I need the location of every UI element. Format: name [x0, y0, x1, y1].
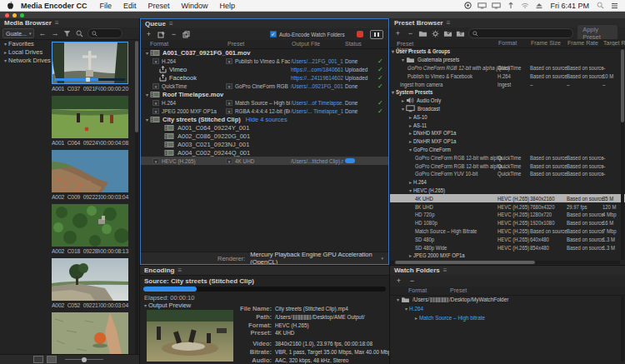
screen-record-icon[interactable] — [462, 2, 473, 10]
media-scrollbar[interactable] — [135, 39, 138, 362]
preset-row[interactable]: HD 720pHEVC (H.265)1280x720Based on sour… — [390, 211, 625, 219]
preset-row[interactable]: GoPro CineForm RGB 12-bit with alpha (Al… — [390, 64, 625, 72]
clip-thumbnail-3[interactable]: A002_C009_092221_...00:00:03:04 — [52, 150, 128, 200]
filter-icon[interactable] — [62, 29, 72, 38]
preset-row[interactable]: Ingest from cameraIngest––– — [390, 80, 625, 88]
preset-category-row[interactable]: ▸H.264 — [390, 178, 625, 187]
queue-subsource-row[interactable]: A003_C021_0923NJ_001 — [141, 140, 388, 148]
preset-category-row[interactable]: ▸DNxHR MXF OP1a — [390, 137, 625, 146]
panel-menu-icon[interactable]: ≡ — [447, 19, 451, 27]
watch-folder-preset-row[interactable]: ▸ Match Source – High bitrate — [390, 313, 625, 322]
preset-row[interactable]: Publish to Vimeo & FacebookH.264Based on… — [390, 72, 625, 80]
panel-menu-icon[interactable]: ≡ — [55, 19, 59, 27]
auto-encode-checkbox[interactable]: ✓ — [270, 31, 277, 37]
tree-item-network-drives[interactable]: ▾Network Drives — [0, 56, 50, 64]
search-type-icon[interactable] — [75, 29, 84, 38]
preset-search-input[interactable] — [468, 28, 573, 38]
preset-dropdown[interactable]: ▾ — [226, 158, 232, 164]
queue-subsource-row[interactable]: A004_C002_09244Q_001 — [141, 148, 388, 157]
new-preset-button[interactable]: + — [393, 29, 402, 38]
preset-row-selected[interactable]: 4K UHDHEVC (H.265)3840x2160Based on sour… — [390, 194, 625, 202]
export-preset-button[interactable] — [456, 29, 465, 38]
preset-settings-button[interactable] — [431, 29, 440, 38]
upload-url-link[interactable]: https://...com/184066142 — [291, 66, 343, 73]
format-dropdown[interactable]: ▾ — [152, 108, 159, 114]
list-view-button[interactable] — [33, 356, 43, 363]
tree-item-local-drives[interactable]: ▸Local Drives — [0, 47, 50, 56]
duplicate-button[interactable] — [182, 30, 191, 39]
preset-row[interactable]: GoPro CineForm YUV 10-bitQuickTimeBased … — [390, 170, 625, 178]
output-file-link[interactable]: /Users/...of Timelapse.mp4 — [291, 99, 343, 107]
menu-file[interactable]: File — [94, 2, 118, 10]
clip-thumbnail-1[interactable]: A001_C037_0921FG_...00:00:00:20 — [52, 42, 128, 92]
spotlight-icon[interactable] — [595, 2, 606, 10]
menu-bar-clock[interactable]: Fri 6:41 PM — [546, 2, 593, 10]
tree-item-favorites[interactable]: ▾Favorites — [0, 39, 50, 47]
clip-thumbnail-5[interactable]: A002_C052_092217_...00:00:03:04 — [52, 258, 128, 308]
preset-dropdown[interactable]: ▾ — [226, 58, 232, 64]
sync-icon[interactable] — [505, 2, 516, 10]
preset-category-row[interactable]: ▾GoPro CineForm — [390, 146, 625, 154]
format-dropdown[interactable]: ▾ — [152, 158, 159, 164]
add-output-button[interactable] — [157, 30, 166, 39]
display-icon[interactable] — [491, 2, 502, 10]
queue-subsource-row[interactable]: A002_C086_09220G_001 — [141, 132, 388, 140]
clip-thumbnail-4[interactable]: A002_C018_0922BW_...00:00:08:13 — [52, 204, 128, 254]
remove-button[interactable]: − — [169, 30, 178, 39]
add-source-button[interactable]: + — [144, 30, 153, 39]
preset-category-row[interactable]: ▸JPEG 2000 MXF OP1a — [390, 252, 625, 260]
clip-thumbnail-2[interactable]: A001_C064_09224Y_...00:00:04:08 — [52, 96, 128, 146]
queue-output-row[interactable]: ▾H.264 ▾Publish to Vimeo & Face... /User… — [141, 57, 388, 65]
queue-subsource-row[interactable]: A001_C064_09224Y_001 — [141, 123, 388, 132]
tab-encoding[interactable]: Encoding ≡ — [140, 266, 389, 276]
menu-window[interactable]: Window — [176, 2, 214, 10]
location-dropdown[interactable]: Guate...▾ — [2, 28, 34, 38]
preset-group-row[interactable]: ▾System Presets — [390, 88, 625, 97]
minimize-window-button[interactable] — [12, 13, 17, 17]
queue-source-row[interactable]: ▾ A001_C037_0921FG_001.mov — [141, 48, 388, 57]
panel-menu-icon[interactable]: ≡ — [178, 267, 182, 274]
hide-sources-link[interactable]: Hide 4 sources — [246, 116, 288, 123]
chevron-down-icon[interactable]: ▾ — [395, 297, 401, 302]
queue-source-row[interactable]: ▾ City streets (Stitched Clip) Hide 4 so… — [141, 115, 388, 123]
preset-dropdown[interactable]: ▾ — [226, 108, 232, 114]
preset-folder-row[interactable]: ▾Guatemala presets — [390, 56, 625, 64]
preset-horizontal-scrollbar[interactable] — [390, 261, 620, 264]
preset-row[interactable]: SD 480pHEVC (H.265)640x480Based on sourc… — [390, 235, 625, 243]
chevron-right-icon[interactable]: ▸ — [413, 315, 419, 321]
preset-row[interactable]: SD 480p WideHEVC (H.265)854x480Based on … — [390, 243, 625, 252]
window-title-bar[interactable] — [0, 12, 625, 18]
close-window-button[interactable] — [5, 13, 9, 17]
mirroring-icon[interactable] — [477, 2, 488, 10]
thumbnail-size-slider[interactable] — [65, 359, 103, 360]
pause-queue-button[interactable] — [370, 30, 383, 39]
renderer-dropdown[interactable]: Mercury Playback Engine GPU Acceleration… — [250, 251, 381, 265]
queue-encoding-row[interactable]: ▾HEVC (H.265) ▾4K UHD /Users/...titched … — [141, 157, 388, 165]
queue-upload-row[interactable]: Vimeo https://...com/184066142 Uploaded … — [141, 65, 388, 73]
preset-category-row[interactable]: ▾Broadcast — [390, 105, 625, 113]
clip-thumbnail-6[interactable] — [52, 312, 128, 357]
add-watch-folder-button[interactable]: + — [394, 277, 403, 286]
output-file-link[interactable]: /Users/... Timelapse_1.mxf — [291, 107, 343, 115]
queue-source-row[interactable]: ▾ Roof Timelapse.mov — [141, 90, 388, 98]
upload-url-link[interactable]: https://...24119614602283 — [291, 74, 343, 82]
preset-dropdown[interactable]: ▾ — [226, 83, 232, 89]
panel-menu-icon[interactable]: ≡ — [169, 20, 173, 27]
chevron-down-icon[interactable]: ▾ — [403, 306, 409, 312]
preset-group-row[interactable]: ▾User Presets & Groups — [390, 47, 625, 56]
watch-folders-scrollbar[interactable] — [621, 295, 624, 362]
menu-preset[interactable]: Preset — [142, 2, 176, 10]
chevron-down-icon[interactable]: ▾ — [144, 92, 150, 97]
delete-preset-button[interactable]: − — [406, 29, 415, 38]
back-button[interactable]: ← — [38, 29, 47, 38]
notification-center-icon[interactable] — [609, 2, 620, 10]
apple-menu-icon[interactable] — [5, 2, 16, 10]
output-file-link[interactable]: /Users/...0921FG_001.mov — [291, 82, 343, 90]
preset-row[interactable]: GoPro CineForm RGB 12-bit with alphaQuic… — [390, 153, 625, 162]
chevron-down-icon[interactable]: ▾ — [381, 256, 383, 261]
chevron-down-icon[interactable]: ▾ — [144, 117, 150, 122]
panel-menu-icon[interactable]: ≡ — [443, 267, 448, 274]
menu-help[interactable]: Help — [214, 2, 242, 10]
queue-upload-row[interactable]: Facebook https://...24119614602283 Uploa… — [141, 73, 388, 82]
media-search-input[interactable] — [88, 28, 122, 38]
